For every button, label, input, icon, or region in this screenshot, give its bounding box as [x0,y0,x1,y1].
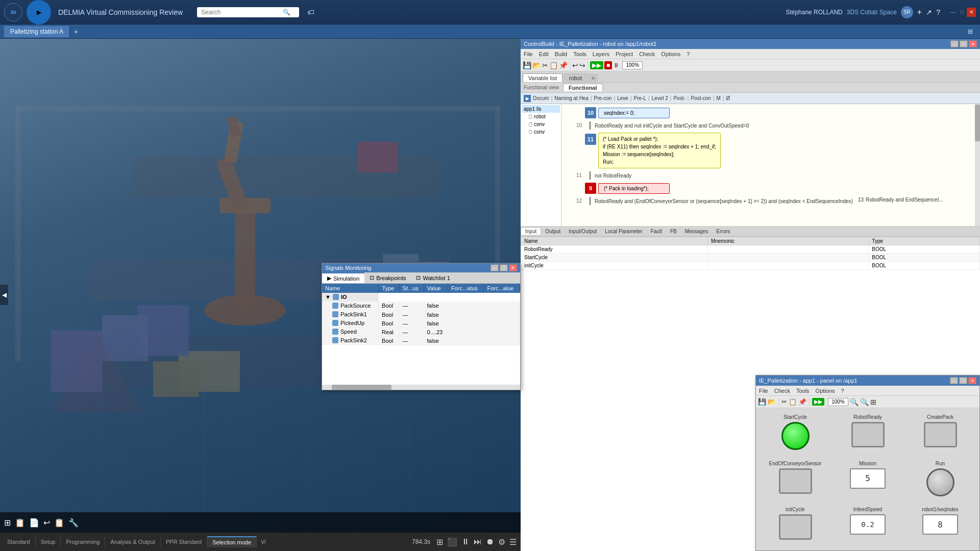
tab-functional[interactable]: Functional [563,84,603,91]
ie-tb-copy[interactable]: 📋 [789,398,797,406]
menu-build[interactable]: Build [552,51,570,58]
tb-icon-record[interactable]: ⏺ [484,537,496,546]
close-btn[interactable]: ✕ [967,8,976,17]
ie-tb-save[interactable]: 💾 [758,398,766,406]
bookmark-icon[interactable]: 🏷 [307,8,314,16]
play-button-group[interactable]: ▶ [27,0,51,24]
cb-close[interactable]: ✕ [969,40,977,47]
cb-zoom-input[interactable] [622,61,643,69]
signals-tab-simulation[interactable]: ▶ Simulation [322,272,364,283]
tool-icon-3[interactable]: 📄 [29,518,39,528]
menu-layers[interactable]: Layers [590,51,612,58]
tab-analysis[interactable]: Analysis & Output [105,537,160,547]
tree-item-app1[interactable]: app1 lis [522,105,560,113]
tab-close-robot[interactable]: ✕ [589,74,598,82]
cb-tb-copy[interactable]: 📋 [549,61,558,69]
group-expand-icon[interactable]: ▼ [325,294,331,300]
menu-file[interactable]: File [521,51,536,58]
tree-item-conv2[interactable]: 📋conv [522,128,560,136]
signals-hscroll[interactable] [322,385,520,390]
io-tab-output[interactable]: Output [541,228,565,235]
ie-menu-tools[interactable]: Tools [793,387,813,394]
tb-icon-pause[interactable]: ⏸ [459,537,472,546]
scroll-left-btn[interactable]: ◀ [0,285,8,305]
tab-ppr-standard[interactable]: PPR Standard [161,537,207,547]
tool-icon-6[interactable]: 🔧 [68,518,79,528]
ie-tb-cut[interactable]: ✂ [781,398,787,406]
tab-variable-list[interactable]: Variable list [523,73,562,82]
search-icon[interactable]: 🔍 [283,9,290,16]
menu-project[interactable]: Project [612,51,636,58]
io-tab-fb[interactable]: FB [666,228,681,235]
io-tab-fault[interactable]: Fault [647,228,666,235]
cb-tb-stop[interactable]: ■ [604,61,612,69]
io-tab-messages[interactable]: Messages [681,228,713,235]
signals-tab-breakpoints[interactable]: ⊡ Breakpoints [364,272,411,283]
tab-standard[interactable]: Standard [2,537,36,547]
ie-tb-zoom-out[interactable]: 🔍 [860,398,869,406]
cb-tb-undo[interactable]: ↩ [572,61,578,69]
help-icon[interactable]: ? [936,8,940,16]
tree-item-conv1[interactable]: 📋conv [522,120,560,128]
tab-vi[interactable]: Vi [257,537,270,547]
menu-tools[interactable]: Tools [570,51,590,58]
menu-check[interactable]: Check [636,51,658,58]
ie-menu-help[interactable]: ? [838,387,847,394]
tb-icon-settings[interactable]: ⚙ [496,537,507,547]
tree-toggle[interactable]: ▶ [524,95,531,102]
io-tab-input[interactable]: Input [521,228,541,235]
user-avatar[interactable]: SR [901,6,913,18]
io-tab-inout[interactable]: Input/Output [565,228,601,235]
cb-tb-cut[interactable]: ✂ [542,61,548,69]
tab-selection-mode[interactable]: Selection mode [207,536,257,547]
tab-palletizing[interactable]: Palletizing station A [4,26,70,37]
ie-tb-open[interactable]: 📂 [768,398,776,406]
cb-maximize[interactable]: □ [960,40,968,47]
tree-item-robot[interactable]: 📋robot [522,113,560,120]
ie-menu-check[interactable]: Check [771,387,793,394]
menu-help[interactable]: ? [683,51,693,58]
tb-icon-list[interactable]: ☰ [507,537,519,547]
maximize-btn[interactable]: □ [958,8,967,17]
cb-tb-redo[interactable]: ↪ [579,61,585,69]
cb-tb-save[interactable]: 💾 [523,61,531,69]
io-tab-errors[interactable]: Errors [712,228,734,235]
signals-maximize[interactable]: □ [500,264,508,271]
tb-icon-step[interactable]: ⏭ [472,537,484,546]
ie-tb-zoom-in[interactable]: 🔍 [850,398,859,406]
search-input[interactable] [201,9,283,16]
tool-icon-4[interactable]: ↩ [43,518,50,528]
tab-robot[interactable]: robot [564,73,587,82]
cb-minimize[interactable]: — [950,40,959,47]
add-icon[interactable]: + [917,8,922,17]
diagram-vscroll[interactable] [975,104,980,226]
tool-icon-2[interactable]: 📋 [15,518,25,528]
ie-tb-build[interactable]: ▶▶ [812,398,824,406]
tab-programming[interactable]: Programming [61,537,105,547]
share-icon[interactable]: ↗ [926,8,932,16]
cb-tb-paste[interactable]: 📌 [559,61,568,69]
signals-tab-watchlist[interactable]: ⊡ Watchlist 1 [411,272,455,283]
tool-icon-5[interactable]: 📋 [54,518,64,528]
expand-panel-btn[interactable]: ⊞ [965,27,976,36]
ie-minimize[interactable]: — [950,377,958,384]
ie-tb-paste[interactable]: 📌 [798,398,806,406]
cb-tb-open[interactable]: 📂 [532,61,541,69]
tb-icon-stop[interactable]: ⬛ [445,537,459,547]
cb-tb-pause[interactable]: ⏸ [613,62,619,69]
io-tab-local[interactable]: Local Parameter [601,228,646,235]
cb-tb-build[interactable]: ▶▶ [590,61,603,69]
ie-close[interactable]: ✕ [968,377,976,384]
add-tab-btn[interactable]: + [70,26,82,38]
signals-minimize[interactable]: — [491,264,499,271]
signals-close[interactable]: ✕ [509,264,517,271]
ie-zoom-input[interactable] [828,398,848,406]
ie-tb-zoom-fit[interactable]: ⊞ [870,398,876,406]
tb-icon-grid[interactable]: ⊞ [434,537,445,547]
tool-icon-1[interactable]: ⊞ [4,518,11,528]
search-bar[interactable]: 🔍 [197,7,299,17]
ie-maximize[interactable]: □ [959,377,967,384]
ie-menu-options[interactable]: Options [813,387,838,394]
tab-setup[interactable]: Setup [36,537,61,547]
menu-edit[interactable]: Edit [536,51,552,58]
